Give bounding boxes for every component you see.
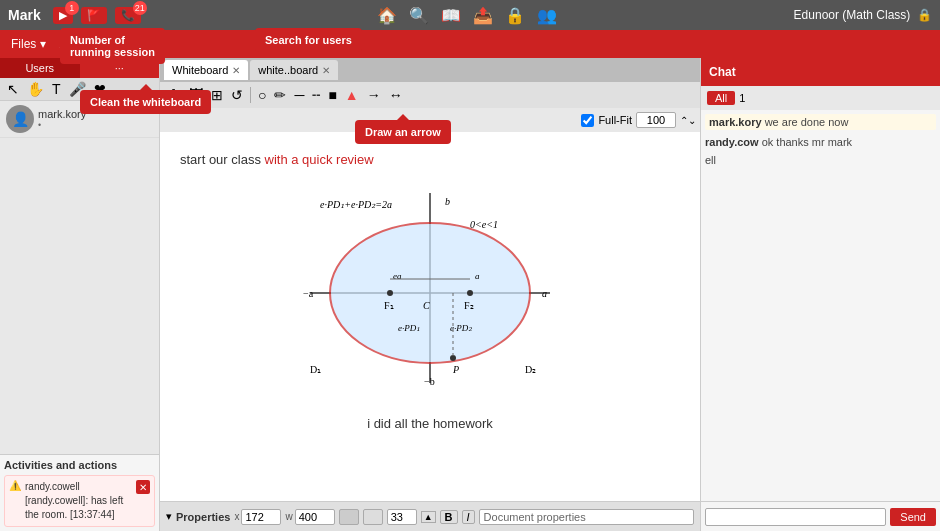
tool-heart[interactable]: ❤ (91, 80, 109, 98)
draw-dash[interactable]: ╌ (309, 86, 323, 104)
props-collapse-icon[interactable]: ▾ (166, 510, 172, 523)
tab-whiteboard2[interactable]: white..board ✕ (250, 60, 338, 80)
tab-whiteboard-close[interactable]: ✕ (232, 65, 240, 76)
color-swatch2[interactable] (363, 509, 383, 525)
chat-filter-btn[interactable]: All (707, 91, 735, 105)
chat-msg-text-1: we are done now (765, 116, 849, 128)
tool-text[interactable]: T (49, 80, 64, 98)
num-up-btn[interactable]: ▲ (421, 511, 436, 523)
svg-text:a: a (542, 288, 547, 299)
activity-close-btn[interactable]: ✕ (136, 480, 150, 494)
draw-image[interactable]: 🖼 (186, 86, 206, 104)
chat-message-1: mark.kory we are done now (705, 114, 936, 130)
draw-triangle[interactable]: ▲ (342, 86, 362, 104)
top-bar: Mark ▶ 1 🚩 📞 21 🏠 🔍 📖 📤 🔒 👥 Edunoor (Mat… (0, 0, 940, 30)
zoom-input[interactable] (636, 112, 676, 128)
top-nav: 🏠 🔍 📖 📤 🔒 👥 (149, 6, 786, 25)
draw-black[interactable]: ■ (325, 86, 339, 104)
svg-text:P: P (452, 364, 459, 375)
search-nav-btn[interactable]: 🔍 (409, 6, 429, 25)
chat-input-area: Send (701, 501, 940, 531)
color-swatch1[interactable] (339, 509, 359, 525)
sidebar-tabs: Users ··· (0, 58, 159, 78)
draw-trash[interactable]: 🗑 (164, 86, 184, 104)
wb-homework-text: i did all the homework (180, 416, 680, 431)
play-button[interactable]: ▶ 1 (53, 7, 73, 24)
lock-nav-btn[interactable]: 🔒 (505, 6, 525, 25)
class-name: Edunoor (Math Class) (794, 8, 911, 22)
svg-text:e·PD₁+e·PD₂=2a: e·PD₁+e·PD₂=2a (320, 199, 392, 210)
bold-btn[interactable]: B (440, 510, 458, 524)
activities-title: Activities and actions (4, 459, 155, 471)
activity-text: randy.cowell[randy.cowell]: has leftthe … (25, 480, 123, 522)
chat-header: Chat (701, 58, 940, 86)
whiteboard[interactable]: start our class with a quick review b a … (160, 132, 700, 501)
chat-filter-bar: All 1 (701, 86, 940, 110)
wb-intro-text: start our class with a quick review (180, 152, 680, 167)
separator1 (250, 87, 251, 103)
doc-props-input[interactable] (479, 509, 694, 525)
italic-btn[interactable]: I (462, 510, 475, 524)
main-layout: Users ··· ↖ ✋ T 🎤 ❤ Clean the whiteboard… (0, 58, 940, 531)
play-badge: 1 (65, 1, 79, 15)
full-fit-label: Full-Fit (598, 114, 632, 126)
svg-text:a: a (475, 271, 480, 281)
home-nav-btn[interactable]: 🏠 (377, 6, 397, 25)
wb-text-highlight: with a quick review (265, 152, 374, 167)
svg-text:D₂: D₂ (525, 364, 536, 375)
user-status: • (38, 120, 86, 130)
chat-input[interactable] (705, 508, 886, 526)
activities-menu-btn[interactable]: Activities ▾ (55, 35, 122, 53)
w-input[interactable] (295, 509, 335, 525)
ellipse-svg: b a −a −b D₂ D₁ P F₁ F₂ C e·PD₁ (290, 183, 570, 403)
svg-point-12 (467, 290, 473, 296)
svg-text:F₁: F₁ (384, 300, 394, 311)
wb-text-normal: start our class (180, 152, 265, 167)
tool-hand[interactable]: ✋ (24, 80, 47, 98)
tool-cursor[interactable]: ↖ (4, 80, 22, 98)
draw-circle[interactable]: ○ (255, 86, 269, 104)
app-title: Mark (8, 7, 41, 23)
search-users-tooltip: Search for users (255, 28, 362, 52)
left-sidebar: Users ··· ↖ ✋ T 🎤 ❤ Clean the whiteboard… (0, 58, 160, 531)
center-area: Whiteboard ✕ white..board ✕ 🗑 🖼 ⊞ ↺ ○ ✏ … (160, 58, 700, 531)
chat-msg-text-2: ok thanks mr mark (762, 136, 852, 148)
sidebar-tab-users[interactable]: Users (0, 58, 80, 78)
chat-messages: mark.kory we are done now randy.cow ok t… (701, 110, 940, 501)
draw-arrow[interactable]: → (364, 86, 384, 104)
book-nav-btn[interactable]: 📖 (441, 6, 461, 25)
svg-text:D₁: D₁ (310, 364, 321, 375)
files-menu-btn[interactable]: Files ▾ (6, 35, 51, 53)
svg-text:−b: −b (424, 376, 435, 387)
draw-grid[interactable]: ⊞ (208, 86, 226, 104)
tab-bar: Whiteboard ✕ white..board ✕ (160, 58, 700, 82)
tab-whiteboard[interactable]: Whiteboard ✕ (164, 60, 248, 80)
tab-whiteboard2-close[interactable]: ✕ (322, 65, 330, 76)
draw-cursor2[interactable]: ↔ (386, 86, 406, 104)
zoom-arrows[interactable]: ⌃⌄ (680, 115, 696, 126)
num-input[interactable] (387, 509, 417, 525)
draw-undo[interactable]: ↺ (228, 86, 246, 104)
full-fit-checkbox[interactable] (581, 114, 594, 127)
drawing-toolbar: 🗑 🖼 ⊞ ↺ ○ ✏ ─ ╌ ■ ▲ → ↔ (160, 82, 700, 108)
props-title: Properties (176, 511, 230, 523)
draw-pencil[interactable]: ✏ (271, 86, 289, 104)
phone-button[interactable]: 📞 21 (115, 7, 141, 24)
sidebar-tab-more[interactable]: ··· (80, 58, 160, 78)
users-nav-btn[interactable]: 👥 (537, 6, 557, 25)
flag-button[interactable]: 🚩 (81, 7, 107, 24)
svg-text:C: C (423, 300, 430, 311)
tool-mic[interactable]: 🎤 (66, 80, 89, 98)
share-nav-btn[interactable]: 📤 (473, 6, 493, 25)
activities-section: Activities and actions ⚠️ randy.cowell[r… (0, 454, 159, 531)
main-toolbar: Files ▾ Activities ▾ Number of running s… (0, 30, 940, 58)
svg-text:e·PD₁: e·PD₁ (398, 323, 420, 333)
x-field: x (234, 509, 281, 525)
draw-line[interactable]: ─ (291, 86, 307, 104)
math-diagram: b a −a −b D₂ D₁ P F₁ F₂ C e·PD₁ (180, 183, 680, 406)
user-info: mark.kory • (38, 108, 86, 130)
tooltip-search-text: Search for users (265, 34, 352, 46)
chat-send-btn[interactable]: Send (890, 508, 936, 526)
x-input[interactable] (241, 509, 281, 525)
phone-badge: 21 (133, 1, 147, 15)
